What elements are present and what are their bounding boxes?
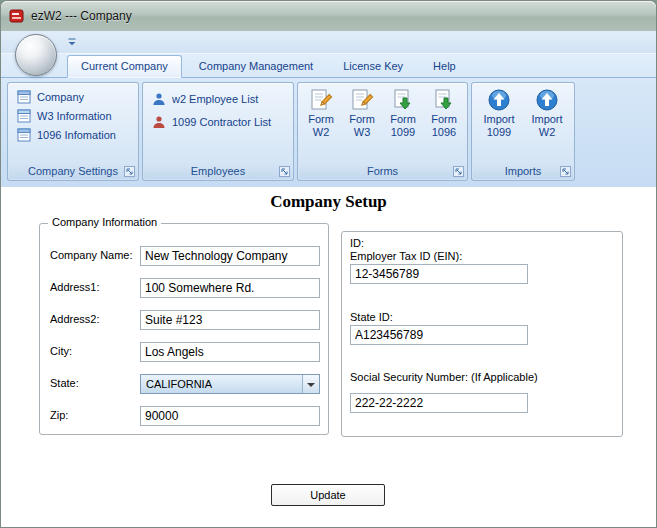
- button-1099-contractor-list[interactable]: 1099 Contractor List: [147, 111, 289, 133]
- form-export-icon: [391, 88, 415, 112]
- employee-person-icon: [152, 92, 166, 106]
- app-window: ezW2 --- Company Current Company Company…: [0, 0, 657, 528]
- form-pencil-icon: [309, 88, 333, 112]
- state-dropdown-value: CALIFORNIA: [146, 378, 212, 390]
- button-company-label: Company: [37, 91, 84, 103]
- application-orb-button[interactable]: [15, 34, 57, 76]
- group-forms: Form W2: [297, 82, 468, 181]
- company-form-icon: [17, 90, 31, 104]
- button-w3-information-label: W3 Information: [37, 110, 112, 122]
- tab-license-key[interactable]: License Key: [330, 55, 416, 78]
- company-information-groupbox: Company Information Company Name: Addres…: [39, 223, 329, 435]
- contractor-person-icon: [152, 115, 166, 129]
- ein-label: Employer Tax ID (EIN):: [350, 250, 462, 262]
- page-title: Company Setup: [1, 192, 656, 212]
- group-caption-employees: Employees: [144, 163, 292, 179]
- import-orb-icon: [535, 88, 559, 112]
- button-company[interactable]: Company: [12, 88, 134, 106]
- button-1096-information-label: 1096 Infomation: [37, 129, 116, 141]
- tab-help[interactable]: Help: [420, 55, 469, 78]
- tab-company-management[interactable]: Company Management: [186, 55, 326, 78]
- address2-label: Address2:: [50, 313, 100, 325]
- button-w2-employee-list-label: w2 Employee List: [172, 93, 258, 105]
- group-caption-company-settings: Company Settings: [9, 163, 137, 179]
- dialog-launcher-icon[interactable]: [279, 165, 290, 176]
- ribbon-tab-row: Current Company Company Management Licen…: [1, 53, 656, 78]
- address1-label: Address1:: [50, 281, 100, 293]
- zip-field[interactable]: [140, 406, 320, 426]
- button-import-1099[interactable]: Import 1099: [476, 86, 523, 139]
- company-setup-page: Company Setup Company Information Compan…: [1, 187, 656, 527]
- w3-form-icon: [17, 109, 31, 123]
- button-w2-employee-list[interactable]: w2 Employee List: [147, 88, 289, 110]
- dialog-launcher-icon[interactable]: [453, 165, 464, 176]
- id-label: ID:: [350, 237, 364, 249]
- tab-current-company[interactable]: Current Company: [67, 55, 182, 78]
- button-import-w2[interactable]: Import W2: [524, 86, 571, 139]
- form-export-icon: [432, 88, 456, 112]
- import-orb-icon: [487, 88, 511, 112]
- id-groupbox: ID: Employer Tax ID (EIN): State ID: Soc…: [341, 231, 623, 437]
- ezw2-app-icon: [9, 8, 25, 24]
- city-field[interactable]: [140, 342, 320, 362]
- ein-field[interactable]: [350, 264, 528, 284]
- group-company-settings: Company W3 Information: [7, 82, 139, 181]
- groupbox-legend: Company Information: [48, 216, 161, 228]
- zip-label: Zip:: [50, 409, 68, 421]
- group-employees: w2 Employee List 1099 Contractor List Em…: [142, 82, 294, 181]
- button-form-1099[interactable]: Form 1099: [383, 86, 423, 139]
- button-1099-contractor-list-label: 1099 Contractor List: [172, 116, 271, 128]
- ssn-field[interactable]: [350, 393, 528, 413]
- window-title: ezW2 --- Company: [31, 1, 132, 31]
- dialog-launcher-icon[interactable]: [124, 165, 135, 176]
- qat-customize-dropdown-icon[interactable]: [65, 35, 79, 49]
- group-caption-imports: Imports: [473, 163, 573, 179]
- group-caption-forms: Forms: [299, 163, 466, 179]
- state-dropdown[interactable]: CALIFORNIA: [140, 374, 320, 394]
- company-name-field[interactable]: [140, 246, 320, 266]
- button-w3-information[interactable]: W3 Information: [12, 107, 134, 125]
- update-button[interactable]: Update: [271, 484, 385, 506]
- address1-field[interactable]: [140, 278, 320, 298]
- city-label: City:: [50, 345, 72, 357]
- company-name-label: Company Name:: [50, 249, 133, 261]
- quick-access-toolbar: [1, 31, 656, 54]
- state-id-field[interactable]: [350, 325, 528, 345]
- title-bar[interactable]: ezW2 --- Company: [1, 1, 656, 31]
- ribbon: Current Company Company Management Licen…: [1, 31, 656, 187]
- ribbon-body: Company W3 Information: [1, 78, 656, 187]
- dialog-launcher-icon[interactable]: [560, 165, 571, 176]
- address2-field[interactable]: [140, 310, 320, 330]
- group-imports: Import 1099 Import W2: [471, 82, 575, 181]
- button-1096-information[interactable]: 1096 Infomation: [12, 126, 134, 144]
- form-1096-icon: [17, 128, 31, 142]
- button-form-w2[interactable]: Form W2: [301, 86, 341, 139]
- state-label: State:: [50, 377, 79, 389]
- button-form-1096[interactable]: Form 1096: [424, 86, 464, 139]
- ssn-label: Social Security Number: (If Applicable): [350, 371, 538, 383]
- chevron-down-icon[interactable]: [302, 375, 319, 393]
- form-pencil-icon: [350, 88, 374, 112]
- state-id-label: State ID:: [350, 311, 393, 323]
- button-form-w3[interactable]: Form W3: [342, 86, 382, 139]
